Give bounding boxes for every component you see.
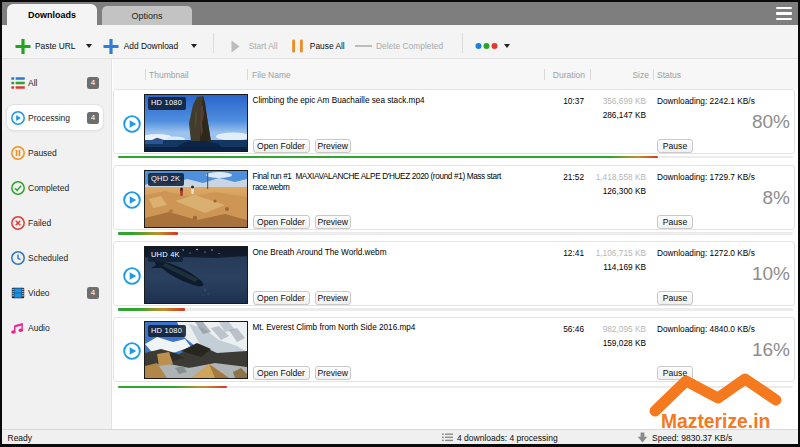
svg-text:Mazterize.in: Mazterize.in xyxy=(661,411,770,431)
